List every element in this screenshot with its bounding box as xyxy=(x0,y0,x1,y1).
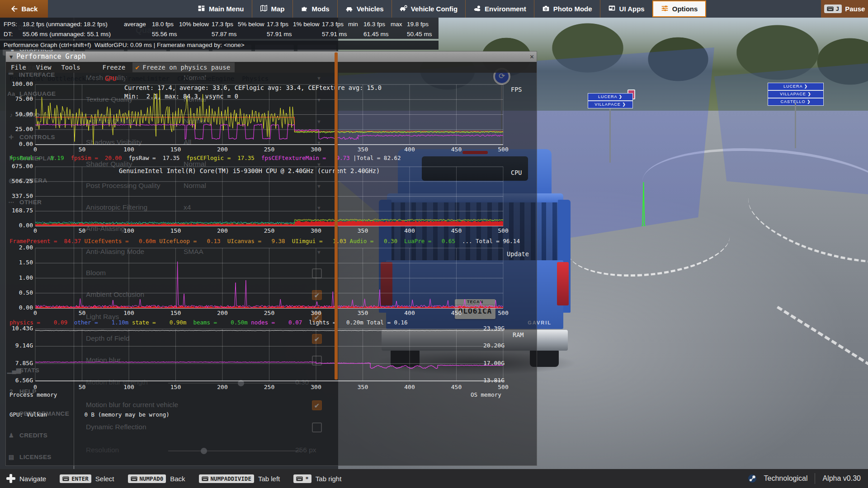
freeze-button[interactable]: Freeze xyxy=(98,64,130,71)
hint-label: Back xyxy=(170,475,185,483)
menu-item-map[interactable]: Map xyxy=(252,0,292,18)
update-x-label: 450 xyxy=(449,310,464,316)
ram-x-label: 300 xyxy=(308,384,324,390)
main-menu-icon xyxy=(198,5,205,14)
menu-item-environment[interactable]: Environment xyxy=(465,0,534,18)
hint-label: Tab left xyxy=(258,475,280,483)
stat-segment: FramePresent = 84.37 xyxy=(9,238,81,244)
cpu-x-label: 500 xyxy=(495,227,511,234)
hint-tab-right: *Tab right xyxy=(293,474,341,483)
fps-annotation-0: Current: 17.4, average: 33.6, CEFlogic a… xyxy=(124,84,382,91)
stat-segment: ... Total = 96.14 xyxy=(455,238,520,244)
back-label: Back xyxy=(22,5,38,13)
stat-segment: Audio = 0.30 xyxy=(346,238,397,244)
fps-x-label: 350 xyxy=(355,146,371,153)
top-menu-bar: Back Main MenuMapModsVehiclesVehicle Con… xyxy=(0,0,868,18)
fps-x-label: 400 xyxy=(402,146,417,153)
cpu-x-label: 0 xyxy=(28,227,43,234)
ram-x-label: 350 xyxy=(355,384,371,390)
settings-scrollbar[interactable] xyxy=(335,52,338,380)
update-y-label: 1.00 xyxy=(7,274,33,281)
environment-icon xyxy=(473,5,481,14)
menu-item-label: Environment xyxy=(485,5,526,13)
menu-item-mods[interactable]: Mods xyxy=(292,0,337,18)
stat-segment: fpsRaw = 17.35 xyxy=(122,155,179,161)
key-badge: NUMPADDIVIDE xyxy=(199,474,254,483)
update-y-label: 1.50 xyxy=(7,259,33,266)
hint-back: NUMPAD0Back xyxy=(128,474,185,483)
ram-y-label-right: 13.81G xyxy=(483,377,511,384)
menu-view[interactable]: View xyxy=(31,64,57,71)
stat-segment: LuaPre = 0.65 xyxy=(397,238,455,244)
bottom-right-info: Technological Alpha v0.30 xyxy=(748,473,868,484)
truck-tail-light xyxy=(557,262,569,305)
options-icon xyxy=(661,5,669,14)
pause-button[interactable]: J Pause xyxy=(821,0,868,18)
menu-file[interactable]: File xyxy=(6,64,31,71)
stat-segment: fpsSim = 20.00 xyxy=(64,155,122,161)
steam-icon xyxy=(748,474,757,483)
menu-item-vehicle-config[interactable]: Vehicle Config xyxy=(392,0,465,18)
close-icon[interactable]: ✕ xyxy=(530,52,534,61)
stat-segment: physics = 0.09 xyxy=(9,319,67,326)
stat-cell: 17.3 fps xyxy=(322,21,348,28)
hint-label: Select xyxy=(95,475,114,483)
key-badge: * xyxy=(293,474,311,483)
fps-x-label: 50 xyxy=(75,146,90,153)
pause-key: J xyxy=(836,5,840,12)
key-label: NUMPAD0 xyxy=(140,475,164,482)
freeze-on-physics-pause-toggle[interactable]: ✔ Freeze on physics pause xyxy=(132,62,235,72)
stat-cell: 61.45 ms xyxy=(363,31,391,38)
stat-cell: 5% below xyxy=(238,21,267,28)
ram-y-label-right: 20.20G xyxy=(483,342,511,349)
input-hints: NavigateENTERSelectNUMPAD0BackNUMPADDIVI… xyxy=(0,474,748,483)
cpu-x-label: 450 xyxy=(449,227,464,234)
fps-x-label: 500 xyxy=(495,146,511,153)
fps-x-label: 300 xyxy=(308,146,324,153)
photo-mode-icon xyxy=(542,5,550,14)
menu-item-options[interactable]: Options xyxy=(652,0,707,17)
ram-x-label: 50 xyxy=(75,384,90,390)
version-label: Alpha v0.30 xyxy=(822,474,861,483)
stat-cell: 57.91 ms xyxy=(322,31,348,38)
hint-label: Tab right xyxy=(316,475,342,483)
back-arrow-icon xyxy=(10,5,18,13)
stat-cell: 57.87 ms xyxy=(212,31,238,38)
stat-cell: 18.2 fps (unmanaged: 18.2 fps) xyxy=(23,21,124,28)
fps-x-label: 150 xyxy=(168,146,184,153)
key-label: NUMPADDIVIDE xyxy=(211,475,251,482)
direction-sign: VILLAPACE ❯ xyxy=(588,101,633,108)
menu-item-photo-mode[interactable]: Photo Mode xyxy=(534,0,600,18)
menu-item-vehicles[interactable]: Vehicles xyxy=(337,0,392,18)
stat-cell: FPS: xyxy=(4,21,23,28)
keyboard-icon xyxy=(827,6,834,11)
freeze-on-pause-label: Freeze on physics pause xyxy=(142,64,230,71)
bottleneck-line: Potential bottleneck(s): GPU, frameLimit… xyxy=(9,75,269,82)
stat-segment: beams = 0.50m xyxy=(186,319,247,326)
collapse-icon[interactable]: ▼ xyxy=(9,54,13,60)
check-icon: ✔ xyxy=(135,63,139,71)
key-label: ENTER xyxy=(71,475,89,482)
ram-x-label: 100 xyxy=(121,384,137,390)
stat-segment: GPU: Vulkan 0 B (memory may be wrong) xyxy=(9,411,170,418)
window-titlebar[interactable]: ▼Performance Graph ✕ xyxy=(6,52,537,62)
fps-x-label: 0 xyxy=(28,146,43,153)
os-memory-label: OS memory xyxy=(471,391,501,398)
stat-cell: 1% below xyxy=(293,21,322,28)
cpu-x-label: 400 xyxy=(402,227,417,234)
stat-cell: 55.06 ms (unmanaged: 55.1 ms) xyxy=(23,31,124,38)
ram-y-label: 7.85G xyxy=(7,360,33,366)
stat-segment: |Total = 82.62 xyxy=(350,155,401,161)
back-button[interactable]: Back xyxy=(0,0,48,18)
update-x-label: 250 xyxy=(262,310,277,316)
menu-tools[interactable]: Tools xyxy=(56,64,85,71)
dt-row: DT:55.06 ms (unmanaged: 55.1 ms)55.56 ms… xyxy=(4,29,439,39)
menu-item-main-menu[interactable]: Main Menu xyxy=(190,0,252,18)
window-title: Performance Graph xyxy=(16,52,86,61)
performance-graph-window: ▼Performance Graph ✕ FileViewTools Freez… xyxy=(5,51,537,466)
menu-item-label: Photo Mode xyxy=(553,5,592,13)
cpu-x-label: 50 xyxy=(75,227,90,234)
dpad-icon xyxy=(6,474,15,483)
menu-item-ui-apps[interactable]: UI Apps xyxy=(600,0,652,18)
cpu-stats-line: FramePresent = 84.37 UIcefEvents = 0.60m… xyxy=(9,238,520,244)
